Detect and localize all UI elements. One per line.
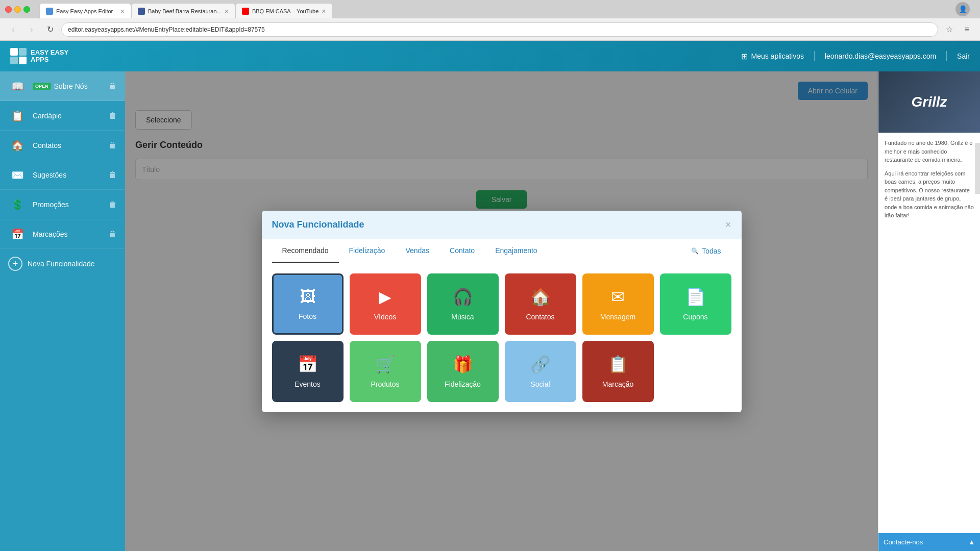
delete-marcacoes-icon[interactable]: 🗑 bbox=[109, 230, 117, 239]
feature-eventos[interactable]: 📅 Eventos bbox=[272, 341, 344, 402]
restaurant-info: Fundado no ano de 1980, Grillz é o melho… bbox=[878, 133, 980, 533]
maximize-window-button[interactable] bbox=[23, 6, 30, 13]
close-window-button[interactable] bbox=[5, 6, 12, 13]
modal-dialog: Nova Funcionalidade × Recomendado Fideli… bbox=[262, 211, 742, 412]
modal-grid-row1: 🖼 Fotos ▶ Vídeos 🎧 Música bbox=[262, 263, 742, 338]
empty-cell bbox=[660, 341, 731, 402]
tab-recomendado[interactable]: Recomendado bbox=[272, 239, 339, 263]
user-profile-icon[interactable]: 👤 bbox=[955, 2, 970, 16]
sidebar-label-cardapio: Cardápio bbox=[33, 112, 103, 120]
sidebar-label-sugestoes: Sugestões bbox=[33, 171, 103, 179]
restaurant-image: Grillz bbox=[878, 71, 980, 133]
delete-promocoes-icon[interactable]: 🗑 bbox=[109, 200, 117, 209]
feature-marcacao[interactable]: 📋 Marcação bbox=[582, 341, 654, 402]
sidebar-item-marcacoes[interactable]: 📅 Marcações 🗑 bbox=[0, 219, 125, 249]
browser-tab-3[interactable]: BBQ EM CASA – YouTube × bbox=[235, 3, 333, 18]
fidelizacao-icon: 🎁 bbox=[453, 355, 473, 374]
sidebar-item-sobre-nos[interactable]: 📖 OPEN Sobre Nós 🗑 bbox=[0, 71, 125, 101]
modal-close-button[interactable]: × bbox=[725, 219, 731, 231]
contacte-nos-button[interactable]: Contacte-nos ▲ bbox=[878, 533, 980, 551]
add-label: Nova Funcionalidade bbox=[28, 260, 95, 268]
sidebar-icon-sobre-nos: 📖 bbox=[8, 77, 27, 95]
forward-button[interactable]: › bbox=[24, 22, 39, 37]
sidebar-item-cardapio[interactable]: 📋 Cardápio 🗑 bbox=[0, 101, 125, 131]
delete-contatos-icon[interactable]: 🗑 bbox=[109, 141, 117, 150]
browser-chrome: Easy Easy Apps Editor × Baby Beef Barra … bbox=[0, 0, 980, 41]
tab2-close[interactable]: × bbox=[225, 7, 229, 15]
sidebar-icon-cardapio: 📋 bbox=[8, 107, 27, 125]
contatos-label: Contatos bbox=[526, 313, 554, 321]
header-divider-1 bbox=[814, 51, 815, 61]
sidebar-item-promocoes[interactable]: 💲 Promoções 🗑 bbox=[0, 190, 125, 219]
user-email-nav[interactable]: leonardo.dias@easyeasyapps.com bbox=[825, 52, 936, 60]
modal-overlay[interactable]: Nova Funcionalidade × Recomendado Fideli… bbox=[125, 71, 878, 551]
sidebar-icon-sugestoes: ✉️ bbox=[8, 166, 27, 184]
modal-grid-row2: 📅 Eventos 🛒 Produtos 🎁 Fidelização bbox=[262, 338, 742, 412]
delete-sobre-nos-icon[interactable]: 🗑 bbox=[109, 82, 117, 91]
delete-cardapio-icon[interactable]: 🗑 bbox=[109, 111, 117, 120]
app-header: EASY EASY APPS ⊞ Meus aplicativos leonar… bbox=[0, 41, 980, 71]
delete-sugestoes-icon[interactable]: 🗑 bbox=[109, 170, 117, 180]
tab-engajamento[interactable]: Engajamento bbox=[485, 239, 548, 263]
sidebar-label-sobre-nos: Sobre Nós bbox=[54, 82, 103, 90]
produtos-icon: 🛒 bbox=[375, 355, 396, 374]
sidebar-icon-contatos: 🏠 bbox=[8, 136, 27, 155]
main-content: Abrir no Celular Seleccione Gerir Conteú… bbox=[125, 71, 878, 551]
scrollbar[interactable] bbox=[975, 143, 980, 194]
feature-social[interactable]: 🔗 Social bbox=[505, 341, 576, 402]
feature-mensagem[interactable]: ✉ Mensagem bbox=[582, 273, 654, 335]
fotos-icon: 🖼 bbox=[300, 287, 316, 306]
restaurant-desc2: Aqui irá encontrar refeições com boas ca… bbox=[885, 169, 974, 220]
search-all-button[interactable]: 🔍 Todas bbox=[681, 239, 731, 263]
feature-fotos[interactable]: 🖼 Fotos bbox=[272, 273, 344, 335]
feature-videos[interactable]: ▶ Vídeos bbox=[350, 273, 421, 335]
open-badge: OPEN bbox=[33, 83, 51, 90]
header-divider-2 bbox=[946, 51, 947, 61]
musica-icon: 🎧 bbox=[453, 287, 473, 307]
browser-tab-2[interactable]: Baby Beef Barra Restauran... × bbox=[131, 3, 235, 18]
modal-title: Nova Funcionalidade bbox=[272, 219, 364, 230]
app-container: EASY EASY APPS ⊞ Meus aplicativos leonar… bbox=[0, 41, 980, 551]
feature-contatos[interactable]: 🏠 Contatos bbox=[505, 273, 576, 335]
back-button[interactable]: ‹ bbox=[6, 22, 20, 37]
tab1-close[interactable]: × bbox=[120, 7, 125, 15]
marcacao-icon: 📋 bbox=[608, 355, 628, 374]
sidebar-label-promocoes: Promoções bbox=[33, 201, 103, 209]
tab-vendas[interactable]: Vendas bbox=[395, 239, 439, 263]
nova-funcionalidade-sidebar[interactable]: + Nova Funcionalidade bbox=[0, 249, 125, 279]
eventos-icon: 📅 bbox=[298, 355, 318, 374]
tab3-close[interactable]: × bbox=[322, 7, 326, 15]
browser-tab-1[interactable]: Easy Easy Apps Editor × bbox=[39, 3, 131, 18]
browser-tabs: Easy Easy Apps Editor × Baby Beef Barra … bbox=[39, 0, 333, 18]
browser-titlebar: Easy Easy Apps Editor × Baby Beef Barra … bbox=[0, 0, 980, 18]
logout-nav[interactable]: Sair bbox=[957, 52, 970, 60]
nav-icons-right: ☆ ≡ bbox=[942, 22, 974, 37]
menu-icon[interactable]: ≡ bbox=[960, 22, 974, 37]
sidebar-item-contatos[interactable]: 🏠 Contatos 🗑 bbox=[0, 131, 125, 160]
musica-label: Música bbox=[451, 313, 474, 321]
feature-produtos[interactable]: 🛒 Produtos bbox=[350, 341, 421, 402]
contatos-icon: 🏠 bbox=[530, 287, 551, 307]
fotos-label: Fotos bbox=[299, 312, 316, 320]
tab-contato[interactable]: Contato bbox=[439, 239, 485, 263]
videos-icon: ▶ bbox=[379, 287, 391, 307]
reload-button[interactable]: ↻ bbox=[43, 22, 57, 37]
chevron-up-icon: ▲ bbox=[968, 538, 975, 546]
modal-tabs: Recomendado Fidelização Vendas Contato E bbox=[262, 239, 742, 263]
tab2-favicon bbox=[138, 8, 145, 15]
sidebar-icon-marcacoes: 📅 bbox=[8, 225, 27, 243]
tab2-label: Baby Beef Barra Restauran... bbox=[148, 8, 222, 14]
sidebar-label-marcacoes: Marcações bbox=[33, 230, 103, 238]
feature-musica[interactable]: 🎧 Música bbox=[427, 273, 499, 335]
bookmark-icon[interactable]: ☆ bbox=[942, 22, 957, 37]
tab-fidelizacao[interactable]: Fidelização bbox=[339, 239, 396, 263]
minimize-window-button[interactable] bbox=[14, 6, 21, 13]
feature-fidelizacao[interactable]: 🎁 Fidelização bbox=[427, 341, 499, 402]
address-bar[interactable]: editor.easyeasyapps.net/#MenuEntryPlace:… bbox=[61, 22, 938, 37]
sidebar-item-sugestoes[interactable]: ✉️ Sugestões 🗑 bbox=[0, 160, 125, 190]
my-apps-nav[interactable]: ⊞ Meus aplicativos bbox=[741, 52, 804, 61]
feature-cupons[interactable]: 📄 Cupons bbox=[660, 273, 731, 335]
logo-text: EASY EASY APPS bbox=[31, 49, 68, 64]
sidebar-label-contatos: Contatos bbox=[33, 141, 103, 149]
header-nav: ⊞ Meus aplicativos leonardo.dias@easyeas… bbox=[741, 51, 970, 61]
